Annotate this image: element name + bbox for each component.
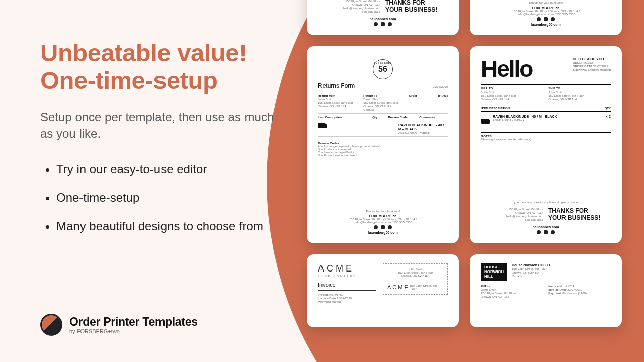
table-header: Item Description Qty Reason Code Comment… [318,116,448,119]
template-card: If you have any questions, please do get… [307,0,459,35]
shoe-icon [481,119,490,124]
thanks-line: THANKS FOR [385,0,448,6]
label: Return To [363,94,406,97]
template-showcase: If you have any questions, please do get… [307,0,629,362]
marketing-copy: Unbeatable value! One-time-setup Setup o… [40,39,277,246]
barcode-icon [493,122,520,127]
barcode-icon [428,98,448,103]
site-link: luxemberg56.com [481,23,611,26]
brand-name: LUXEMBERG 56 [318,214,448,218]
contact-line: hello@forsbergplustwo.com / 555 555 5555 [481,13,611,16]
footer-address: 150 Elgin Street, 8th Floor Ottawa, ON K… [318,0,380,13]
brand-lockup: Order Printer Templates by FORSBERG+two [40,314,198,336]
notes-text: Please gift wrap (example order note) [481,138,611,141]
feature-list: Try in our easy-to-use editor One-time-s… [40,161,277,234]
site-link: luxemberg56.com [318,231,448,234]
doc-title: Returns Form [318,82,355,89]
template-card-hello: Hello HELLO SHOES CO. ORDER #1763 ORDER … [470,46,622,243]
template-card: D = Product was not ordered Thanks for y… [470,0,622,35]
label: Return from [318,94,361,97]
headline: Unbeatable value! One-time-setup [40,39,277,95]
brand-title: Order Printer Templates [69,315,198,329]
shoe-icon [318,123,327,128]
site-link: helloshoes.com [481,225,611,229]
feature-item: Many beautiful designs to choose from [56,218,277,234]
template-card-hnh: HOUSENORWICHHILL House Norwich Hill LLC … [470,254,622,327]
social-icons [481,230,611,234]
shipping-label: John Smith 150 Elgin Street, 8th Floor O… [383,263,448,295]
headline-line1: Unbeatable value! [40,39,247,66]
template-card-returns: 56 Returns Form 31/07/2019 Return from J… [307,46,459,243]
social-icons [318,225,448,229]
brand-name: LUXEMBERG 56 [481,6,611,10]
site-link: helloshoes.com [318,17,448,21]
acme-logo: ACME [318,263,376,274]
luxemberg-logo-icon: 56 [373,59,393,79]
table-row: RAVEN BLACK/NUDE - 40 / M - BLACK AS1417… [318,123,448,134]
social-icons [318,22,448,26]
brand-logo-icon [40,314,62,336]
feature-item: Try in our easy-to-use editor [56,161,277,177]
template-card-acme: ACME SHOE COMPANY Invoice Invoice No. #1… [307,254,459,327]
subheadline: Setup once per template, then use as muc… [40,109,277,142]
brand-subtitle: by FORSBERG+two [69,328,198,334]
date: 31/07/2019 [433,85,448,88]
headline-line2: One-time-setup [40,67,217,94]
doc-title: Invoice [318,282,376,288]
hello-logo: Hello [481,55,532,82]
table-row: RAVEN BLACK/NUDE - 40 / M - BLACK AS1417… [481,112,611,130]
thanks-line: YOUR BUSINESS! [385,7,448,13]
feature-item: One-time-setup [56,190,277,206]
social-icons [481,17,611,21]
hnh-logo: HOUSENORWICHHILL [481,263,507,281]
